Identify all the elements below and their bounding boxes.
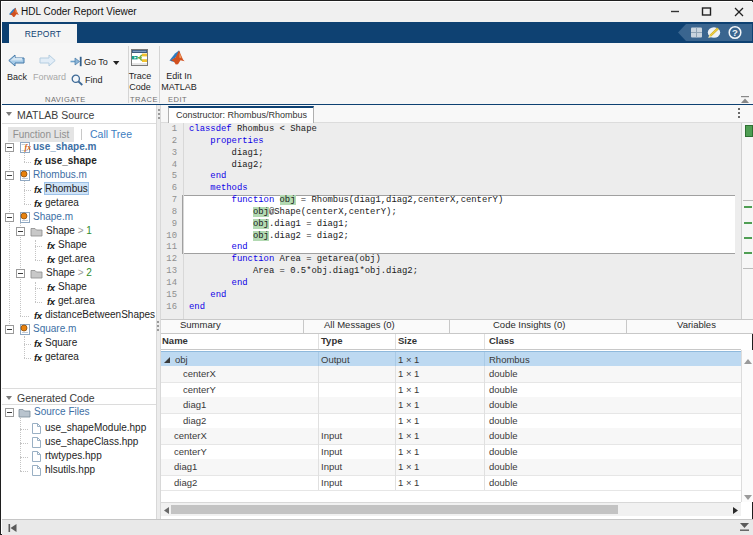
- svg-text:fx: fx: [25, 143, 32, 152]
- svg-text:?: ?: [732, 27, 738, 38]
